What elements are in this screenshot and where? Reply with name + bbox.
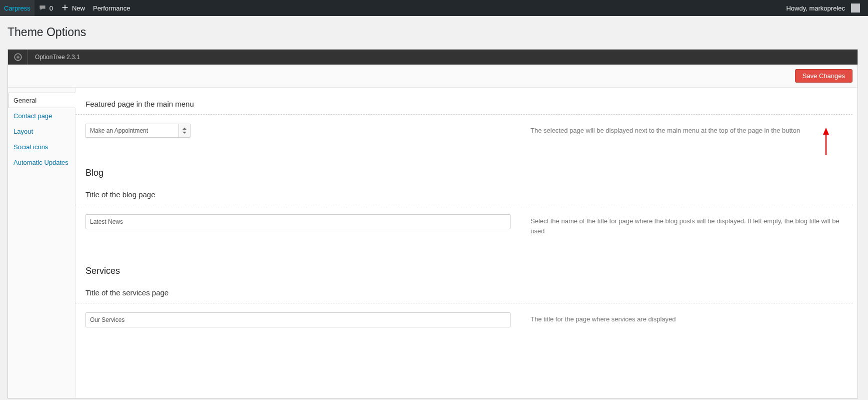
tab-label: Social icons [8,139,75,155]
tab-automatic-updates[interactable]: Automatic Updates [8,155,75,170]
option-tree-logo-icon [8,50,28,65]
tab-general[interactable]: General [8,93,75,108]
setting-desc: The title for the page where services ar… [530,312,848,327]
new-content-link[interactable]: New [57,0,89,16]
select-value: Make an Appointment [86,124,178,138]
comments-count: 0 [50,5,53,12]
featured-page-select[interactable]: Make an Appointment [86,124,190,138]
performance-label: Performance [93,5,130,12]
new-label: New [72,5,85,12]
comments-link[interactable]: 0 [34,0,57,16]
wp-admin-bar: Carpress 0 New Performance Howdy, markop… [0,0,868,16]
performance-link[interactable]: Performance [89,0,134,16]
plus-icon [61,4,69,13]
option-tree-version: OptionTree 2.3.1 [28,54,87,61]
section-heading-blog: Blog [76,138,858,183]
setting-title-services-title: Title of the services page [76,281,852,303]
setting-desc: Select the name of the title for page wh… [530,214,848,236]
setting-desc: The selected page will be displayed next… [530,124,848,138]
tab-label: General [8,93,76,108]
tab-social-icons[interactable]: Social icons [8,139,75,155]
tab-label: Automatic Updates [8,155,75,170]
save-bar: Save Changes [8,65,858,88]
services-title-input[interactable] [86,312,510,327]
site-name-label: Carpress [4,5,30,12]
save-changes-button[interactable]: Save Changes [795,69,852,83]
tab-label: Contact page [8,108,75,124]
options-content: Featured page in the main menu Make an A… [75,88,858,398]
blog-title-input[interactable] [86,214,510,229]
option-tabs-sidebar: General Contact page Layout Social icons… [8,88,75,398]
tab-layout[interactable]: Layout [8,124,75,139]
tab-contact-page[interactable]: Contact page [8,108,75,124]
my-account-link[interactable]: Howdy, markoprelec [782,0,864,16]
avatar [851,4,860,13]
howdy-text: Howdy, markoprelec [786,5,845,12]
setting-title-blog-title: Title of the blog page [76,183,852,205]
page-title: Theme Options [8,21,858,49]
site-name-link[interactable]: Carpress [0,0,34,16]
select-dropdown-icon [178,124,190,138]
tab-label: Layout [8,124,75,139]
option-tree-header: OptionTree 2.3.1 [8,50,858,65]
section-heading-services: Services [76,236,858,281]
setting-title-featured-page: Featured page in the main menu [76,93,852,115]
option-tree-panel: OptionTree 2.3.1 Save Changes General Co… [8,49,858,398]
comment-icon [38,4,46,13]
